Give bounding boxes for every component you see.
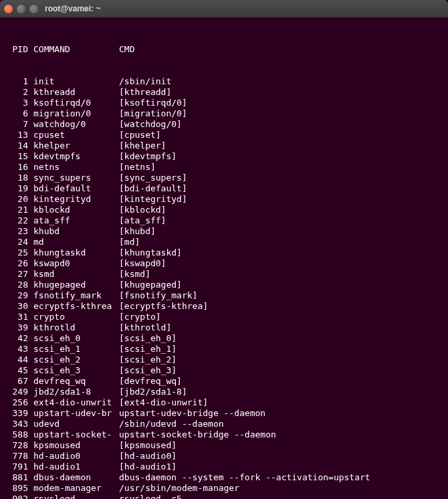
cell-pid: 29 [7,290,33,301]
cell-command: khugepaged [33,280,119,290]
cell-command: ksoftirqd/0 [33,98,119,108]
cell-command: md [33,237,119,247]
cell-command: migration/0 [33,108,119,119]
cell-pid: 22 [7,215,33,226]
cell-command: bdi-default [33,183,119,194]
cell-cmd: [kthrotld] [119,322,441,333]
cell-cmd: dbus-daemon --system --fork --activation… [119,472,441,483]
cell-cmd: [kpsmoused] [119,440,441,451]
cell-command: scsi_eh_2 [33,355,119,365]
cell-pid: 20 [7,194,33,205]
table-row: 2kthreadd[kthreadd] [7,87,441,98]
table-row: 27ksmd[ksmd] [7,269,441,280]
cell-command: netns [33,162,119,173]
table-row: 24md[md] [7,237,441,247]
cell-pid: 339 [7,408,33,419]
cell-pid: 343 [7,419,33,429]
cell-cmd: [khugepaged] [119,280,441,290]
cell-pid: 249 [7,387,33,397]
cell-pid: 728 [7,440,33,451]
cell-cmd: [kswapd0] [119,258,441,269]
cell-pid: 43 [7,344,33,355]
cell-pid: 67 [7,376,33,387]
cell-pid: 23 [7,226,33,237]
table-row: 881dbus-daemondbus-daemon --system --for… [7,472,441,483]
table-row: 791hd-audio1[hd-audio1] [7,462,441,472]
table-row: 31crypto[crypto] [7,312,441,322]
cell-cmd: [ata_sff] [119,215,441,226]
cell-cmd: upstart-udev-bridge --daemon [119,408,441,419]
cell-command: hd-audio1 [33,462,119,472]
cell-cmd: [netns] [119,162,441,173]
cell-command: upstart-socket- [33,429,119,440]
cell-cmd: [ext4-dio-unwrit] [119,397,441,408]
cell-cmd: /sbin/udevd --daemon [119,419,441,429]
cell-command: sync_supers [33,173,119,183]
cell-pid: 256 [7,397,33,408]
cell-command: scsi_eh_0 [33,333,119,344]
minimize-icon[interactable] [17,5,25,13]
table-row: 728kpsmoused[kpsmoused] [7,440,441,451]
cell-pid: 19 [7,183,33,194]
cell-command: scsi_eh_1 [33,344,119,355]
cell-command: kintegrityd [33,194,119,205]
cell-pid: 6 [7,108,33,119]
close-icon[interactable] [4,5,13,13]
cell-cmd: [khelper] [119,140,441,151]
cell-cmd: [ksoftirqd/0] [119,98,441,108]
cell-command: kthreadd [33,87,119,98]
cell-pid: 27 [7,269,33,280]
table-row: 3ksoftirqd/0[ksoftirqd/0] [7,98,441,108]
cell-command: devfreq_wq [33,376,119,387]
table-row: 343udevd/sbin/udevd --daemon [7,419,441,429]
cell-pid: 31 [7,312,33,322]
cell-cmd: [jbd2/sda1-8] [119,387,441,397]
cell-pid: 588 [7,429,33,440]
cell-pid: 30 [7,301,33,312]
cell-cmd: rsyslogd -c5 [119,494,441,499]
cell-cmd: [hd-audio0] [119,451,441,462]
cell-pid: 895 [7,483,33,494]
cell-command: kblockd [33,205,119,215]
cell-pid: 16 [7,162,33,173]
cell-cmd: [khubd] [119,226,441,237]
table-row: 19bdi-default[bdi-default] [7,183,441,194]
cell-command: udevd [33,419,119,429]
cell-command: kdevtmpfs [33,151,119,162]
cell-pid: 18 [7,173,33,183]
header-cmd: CMD [119,44,441,55]
window-title: root@vamei: ~ [45,4,100,13]
cell-command: jbd2/sda1-8 [33,387,119,397]
cell-cmd: [ecryptfs-kthrea] [119,301,441,312]
cell-command: kpsmoused [33,440,119,451]
table-row: 43scsi_eh_1[scsi_eh_1] [7,344,441,355]
cell-cmd: [kthreadd] [119,87,441,98]
terminal-output[interactable]: PID COMMAND CMD 1init/sbin/init2kthreadd… [0,17,448,499]
table-row: 778hd-audio0[hd-audio0] [7,451,441,462]
cell-command: dbus-daemon [33,472,119,483]
table-row: 39kthrotld[kthrotld] [7,322,441,333]
table-row: 7watchdog/0[watchdog/0] [7,119,441,130]
table-row: 28khugepaged[khugepaged] [7,280,441,290]
titlebar: root@vamei: ~ [0,0,448,17]
cell-pid: 13 [7,130,33,140]
cell-command: rsyslogd [33,494,119,499]
cell-cmd: [cpuset] [119,130,441,140]
cell-cmd: [kintegrityd] [119,194,441,205]
table-row: 256ext4-dio-unwrit[ext4-dio-unwrit] [7,397,441,408]
header-command: COMMAND [33,44,119,55]
cell-cmd: [migration/0] [119,108,441,119]
table-header: PID COMMAND CMD [7,44,441,55]
header-pid: PID [7,44,33,55]
table-row: 25khungtaskd[khungtaskd] [7,247,441,258]
table-row: 249jbd2/sda1-8[jbd2/sda1-8] [7,387,441,397]
cell-command: modem-manager [33,483,119,494]
table-row: 29fsnotify_mark[fsnotify_mark] [7,290,441,301]
table-row: 23khubd[khubd] [7,226,441,237]
table-row: 45scsi_eh_3[scsi_eh_3] [7,365,441,376]
table-row: 14khelper[khelper] [7,140,441,151]
cell-pid: 25 [7,247,33,258]
maximize-icon[interactable] [29,5,38,13]
cell-cmd: [scsi_eh_2] [119,355,441,365]
cell-pid: 778 [7,451,33,462]
